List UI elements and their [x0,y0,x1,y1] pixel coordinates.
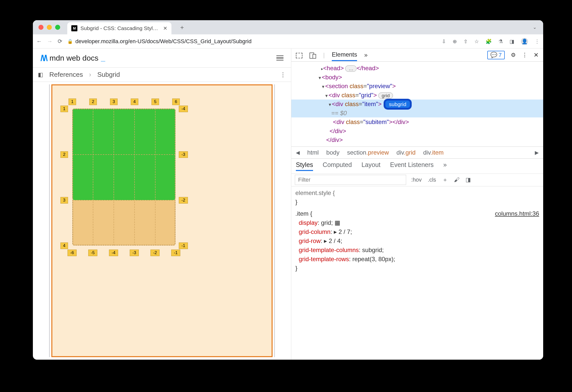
grid-overlay: 1 2 3 4 5 6 1 2 3 4 -4 -3 -2 [72,109,180,250]
bc-section[interactable]: section.preview [347,149,389,156]
mdn-logo-text: mdn web docs [50,54,98,62]
dom-line[interactable]: ▼<section class="preview"> [291,82,543,91]
grid-badge[interactable]: grid [378,92,393,99]
back-button[interactable]: ← [36,38,42,45]
grid-line [155,109,156,246]
close-tab-icon[interactable]: ✕ [163,25,167,31]
grid-label: -5 [88,250,97,256]
devtools-tabs: | Elements » 💬 7 ⚙ ⋮ ✕ [291,48,543,62]
dom-line[interactable]: <div class="subitem"></div> [291,117,543,127]
profile-avatar[interactable]: 👤 [521,38,528,45]
dom-line[interactable]: </div> [291,135,543,144]
bc-body[interactable]: body [326,149,339,156]
breadcrumb-subgrid[interactable]: Subgrid [97,71,120,79]
tab-computed[interactable]: Computed [323,161,352,171]
subgrid-badge[interactable]: subgrid [384,99,411,109]
extensions-icon[interactable]: 🧩 [486,38,492,44]
bookmark-icon[interactable]: ☆ [474,38,479,44]
grid-label: 1 [60,106,68,112]
new-tab-button[interactable]: ＋ [179,23,185,31]
grid-label: -3 [179,151,188,158]
minimize-window[interactable] [47,25,52,30]
chrome-menu-icon[interactable]: ⋮ [535,38,540,44]
css-prop[interactable]: grid-template-columns [299,247,359,253]
dom-line-selected[interactable]: ▼<div class="item">subgrid [291,100,543,109]
dom-line[interactable]: ▼<body> [291,73,543,82]
sidebar-icon[interactable]: ◨ [466,177,471,183]
bc-html[interactable]: html [307,149,319,156]
tab-overflow-icon[interactable]: ⌄ [533,24,537,30]
browser-tab[interactable]: M Subgrid - CSS: Cascading Styl… ✕ [67,22,171,34]
paint-icon[interactable]: 🖌 [454,177,459,183]
mdn-logo-icon: /\/\ [40,53,47,63]
sidepanel-icon[interactable]: ◨ [510,38,514,44]
css-prop[interactable]: grid-template-rows [299,256,349,262]
source-link[interactable]: columns.html:36 [495,209,539,218]
toolbar-icons: ⇩ ⊕ ⇧ ☆ 🧩 ⚗ ◨ 👤 ⋮ [442,38,540,45]
bc-div-item[interactable]: div.item [423,149,444,156]
tab-layout[interactable]: Layout [361,161,380,171]
grid-outline [72,109,175,246]
install-icon[interactable]: ⇩ [442,38,446,44]
page-content: /\/\ mdn web docs _ ◧ References › Subgr… [33,48,291,360]
dom-line[interactable]: ▼<div class="grid">grid [291,91,543,100]
close-window[interactable] [38,25,43,30]
devtools-menu-icon[interactable]: ⋮ [522,52,527,58]
url-text: developer.mozilla.org/en-US/docs/Web/CSS… [75,38,252,45]
css-prop[interactable]: grid-column [299,228,330,235]
grid-icon[interactable]: ▦ [335,219,340,226]
parent-grid: 1 2 3 4 5 6 1 2 3 4 -4 -3 -2 [51,84,273,357]
devtools: | Elements » 💬 7 ⚙ ⋮ ✕ ▸<head>…</head> ▼… [291,48,543,360]
sidebar-toggle-icon[interactable]: ◧ [38,71,43,78]
tab-event-listeners[interactable]: Event Listeners [390,161,434,171]
filter-input[interactable] [295,175,406,185]
chevron-right-icon: › [89,71,91,79]
cls-toggle[interactable]: .cls [428,177,436,183]
grid-line [72,200,175,201]
grid-label: -4 [109,250,118,256]
inspect-element-icon[interactable] [296,52,302,58]
new-rule-icon[interactable]: ＋ [442,176,448,184]
chevron-left-icon[interactable]: ◀ [296,150,300,156]
grid-label: -1 [171,250,180,256]
grid-line [114,109,114,246]
url-field[interactable]: 🔒 developer.mozilla.org/en-US/docs/Web/C… [67,38,437,45]
bc-div-grid[interactable]: div.grid [397,149,416,156]
grid-line [72,154,175,155]
labs-icon[interactable]: ⚗ [498,38,503,44]
styles-body[interactable]: element.style { } .item {columns.html:36… [291,186,543,275]
issues-badge[interactable]: 💬 7 [487,51,505,59]
lock-icon: 🔒 [67,39,73,44]
traffic-lights [37,25,60,30]
chevron-right-icon[interactable]: ▶ [535,150,539,156]
tab-styles[interactable]: Styles [296,161,313,171]
item-selector: .item { [295,210,312,217]
maximize-window[interactable] [55,25,60,30]
forward-button[interactable]: → [47,38,53,45]
close-devtools-icon[interactable]: ✕ [534,52,539,59]
dom-breadcrumb[interactable]: ◀ html body section.preview div.grid div… [291,146,543,159]
mdn-logo[interactable]: /\/\ mdn web docs _ [40,53,105,63]
breadcrumb-references[interactable]: References [49,71,83,79]
device-toolbar-icon[interactable] [310,52,316,58]
dom-eq0: == $0 [291,109,543,118]
more-panels-icon[interactable]: » [364,52,367,59]
example-preview: 1 2 3 4 5 6 1 2 3 4 -4 -3 -2 [33,82,291,360]
elements-tab[interactable]: Elements [332,49,357,61]
zoom-icon[interactable]: ⊕ [453,38,457,44]
dom-line[interactable]: </div> [291,127,543,136]
css-prop[interactable]: grid-row [299,237,321,244]
css-prop[interactable]: display [299,219,318,226]
titlebar: M Subgrid - CSS: Cascading Styl… ✕ ＋ ⌄ [33,20,543,34]
settings-icon[interactable]: ⚙ [511,52,516,58]
styles-filter-row: :hov .cls ＋ 🖌 ◨ [291,174,543,186]
reload-button[interactable]: ⟳ [58,38,62,45]
page-menu-icon[interactable]: ⋮ [280,71,286,78]
share-icon[interactable]: ⇧ [464,38,468,44]
dom-line[interactable]: ▸<head>…</head> [291,64,543,73]
hov-toggle[interactable]: :hov [411,177,422,183]
more-tabs-icon[interactable]: » [443,161,447,171]
dom-tree[interactable]: ▸<head>…</head> ▼<body> ▼<section class=… [291,62,543,146]
grid-label: -4 [179,106,188,112]
hamburger-menu[interactable] [276,56,283,61]
